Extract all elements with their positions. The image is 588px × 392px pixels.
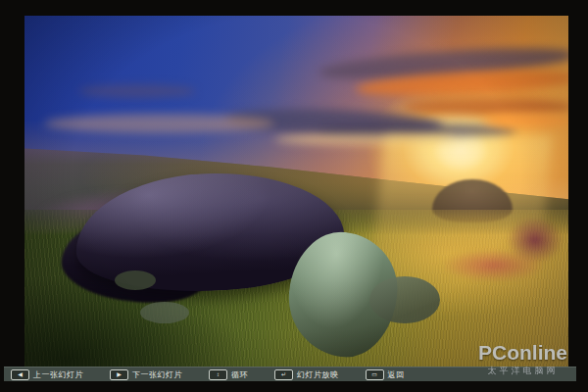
back-key-icon: ▭ [366,369,384,380]
next-slide-button[interactable]: ▶ 下一张幻灯片 [110,369,182,380]
loop-label: 循环 [231,369,248,380]
next-slide-label: 下一张幻灯片 [132,369,182,380]
back-label: 返回 [388,369,405,380]
slideshow-play-label: 幻灯片放映 [297,369,339,380]
prev-slide-label: 上一张幻灯片 [33,369,83,380]
enter-key-icon: ↵ [274,369,293,380]
loop-toggle-key-icon: ↕ [209,369,227,380]
watermark-brand: PConline [478,342,567,364]
prev-slide-button[interactable]: ◀ 上一张幻灯片 [11,369,83,380]
back-button[interactable]: ▭ 返回 [366,369,405,380]
loop-button[interactable]: ↕ 循环 [209,369,248,380]
slideshow-photo [24,16,568,367]
slideshow-play-button[interactable]: ↵ 幻灯片放映 [274,369,339,380]
next-arrow-key-icon: ▶ [110,369,128,380]
watermark-subtitle: 太平洋电脑网 [478,365,567,377]
vignette-overlay [24,16,568,367]
pconline-watermark: PConline 太平洋电脑网 [478,342,567,377]
prev-arrow-key-icon: ◀ [11,369,29,380]
